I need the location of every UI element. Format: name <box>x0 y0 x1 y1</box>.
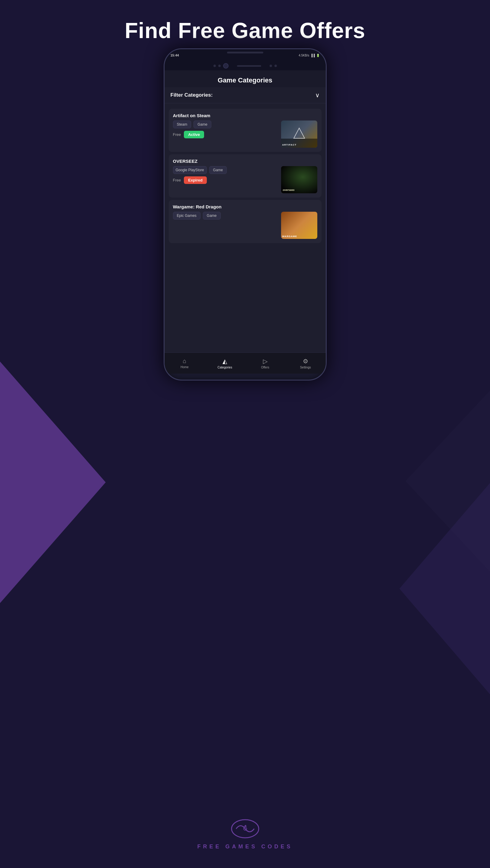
footer-section: FREE GAMES CODES <box>0 818 490 850</box>
app-title: Game Categories <box>218 76 272 84</box>
battery-icon: 🔋 <box>316 54 320 57</box>
price-row-overseez: Free Expired <box>173 176 278 184</box>
power-button <box>326 110 327 134</box>
oversees-label: oversees <box>283 188 295 191</box>
type-tag-wargame[interactable]: Game <box>203 212 221 220</box>
phone-device: 15:44 4.5KB/s ▐▐ 🔋 Game Categories <box>164 48 327 380</box>
home-icon: ⌂ <box>183 358 186 365</box>
status-icons: 4.5KB/s ▐▐ 🔋 <box>299 54 319 57</box>
settings-icon: ⚙ <box>303 358 308 365</box>
game-item-overseez[interactable]: OVERSEEZ Google PlayStore Game Free Expi… <box>169 154 322 197</box>
platform-tag-artifact[interactable]: Steam <box>173 121 191 128</box>
phone-camera-row <box>165 61 326 70</box>
platform-tag-overseez[interactable]: Google PlayStore <box>173 166 207 174</box>
game-item-artifact[interactable]: Artifact on Steam Steam Game Free Active <box>169 109 322 152</box>
offers-icon: ▷ <box>263 358 267 365</box>
footer-text: FREE GAMES CODES <box>0 843 490 850</box>
app-header: Game Categories <box>165 70 326 87</box>
type-tag-artifact[interactable]: Game <box>194 121 211 128</box>
game-item-wargame[interactable]: Wargame: Red Dragon Epic Games Game WARG… <box>169 200 322 243</box>
nav-label-offers: Offers <box>261 366 269 369</box>
overseez-thumbnail: oversees <box>281 166 317 193</box>
wargame-label: WARGAME <box>282 235 297 238</box>
status-bar: 15:44 4.5KB/s ▐▐ 🔋 <box>165 49 326 61</box>
wargame-thumbnail: WARGAME <box>281 212 317 239</box>
page-main-title: Find Free Game Offers <box>0 18 490 43</box>
volume-up-button <box>164 103 164 119</box>
status-badge-overseez: Expired <box>184 176 207 184</box>
game-info-overseez: Google PlayStore Game Free Expired <box>173 166 278 184</box>
game-content-wargame: Epic Games Game WARGAME <box>173 212 317 239</box>
game-info-wargame: Epic Games Game <box>173 212 278 220</box>
type-tag-overseez[interactable]: Game <box>209 166 227 174</box>
game-name-artifact: Artifact on Steam <box>173 113 317 118</box>
speed-indicator: 4.5KB/s <box>299 54 309 57</box>
game-name-wargame: Wargame: Red Dragon <box>173 204 317 209</box>
nav-item-settings[interactable]: ⚙ Settings <box>285 355 326 371</box>
nav-label-home: Home <box>181 366 189 369</box>
tag-row-overseez: Google PlayStore Game <box>173 166 278 174</box>
artifact-thumbnail: ARTIFACT <box>281 121 317 148</box>
game-name-overseez: OVERSEEZ <box>173 159 317 164</box>
categories-icon: ◭ <box>223 358 227 365</box>
game-thumb-wargame: WARGAME <box>281 212 317 239</box>
price-artifact: Free <box>173 132 181 137</box>
tag-row-wargame: Epic Games Game <box>173 212 278 220</box>
nav-label-categories: Categories <box>218 366 232 369</box>
nav-item-categories[interactable]: ◭ Categories <box>205 355 245 371</box>
game-list: Artifact on Steam Steam Game Free Active <box>165 103 326 352</box>
game-thumb-overseez: oversees <box>281 166 317 193</box>
bg-decoration-bottom <box>399 483 490 694</box>
volume-down-button <box>164 123 164 138</box>
bottom-nav: ⌂ Home ◭ Categories ▷ Offers ⚙ Settings <box>165 352 326 374</box>
tag-row-artifact: Steam Game <box>173 121 278 128</box>
app-screen: Game Categories Filter Categories: ∨ Art… <box>165 70 326 352</box>
phone-shell: 15:44 4.5KB/s ▐▐ 🔋 Game Categories <box>164 48 327 380</box>
filter-bar[interactable]: Filter Categories: ∨ <box>165 87 326 103</box>
nav-item-home[interactable]: ⌂ Home <box>165 355 205 371</box>
front-camera <box>223 63 229 68</box>
camera-dot-3 <box>270 65 272 67</box>
chevron-down-icon[interactable]: ∨ <box>315 92 320 99</box>
speaker-bar <box>237 65 261 67</box>
signal-icon: ▐▐ <box>311 54 315 57</box>
status-badge-artifact: Active <box>184 131 204 138</box>
nav-label-settings: Settings <box>300 366 311 369</box>
game-content-overseez: Google PlayStore Game Free Expired <box>173 166 317 193</box>
game-info-artifact: Steam Game Free Active <box>173 121 278 138</box>
platform-tag-wargame[interactable]: Epic Games <box>173 212 200 220</box>
status-time: 15:44 <box>171 54 179 57</box>
filter-label: Filter Categories: <box>171 92 213 98</box>
nav-item-offers[interactable]: ▷ Offers <box>245 355 286 371</box>
game-content-artifact: Steam Game Free Active <box>173 121 317 148</box>
logo-icon <box>230 818 260 840</box>
camera-dot-2 <box>218 65 221 67</box>
svg-marker-0 <box>294 128 305 138</box>
game-thumb-artifact: ARTIFACT <box>281 121 317 148</box>
camera-dot-4 <box>274 65 277 67</box>
bg-decoration-left <box>0 362 106 603</box>
camera-dot-1 <box>214 65 216 67</box>
price-overseez: Free <box>173 178 181 182</box>
price-row-artifact: Free Active <box>173 131 278 138</box>
